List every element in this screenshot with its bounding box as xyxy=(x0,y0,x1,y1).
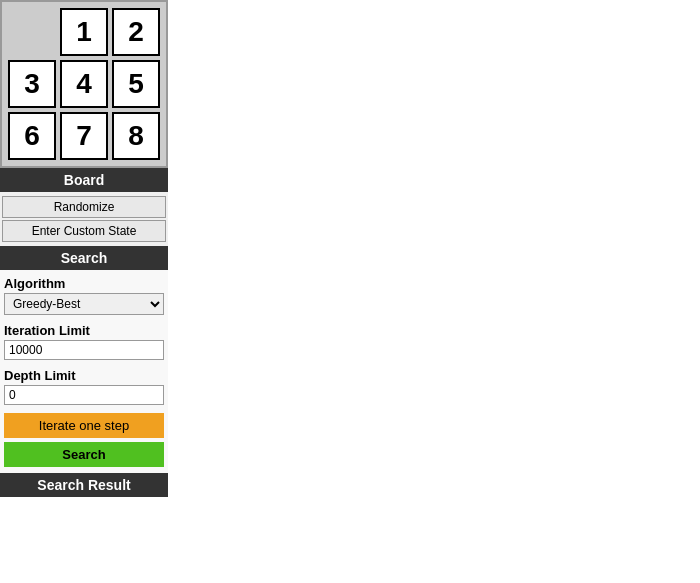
board-cell: 1 xyxy=(60,8,108,56)
board-cell: 3 xyxy=(8,60,56,108)
search-header: Search xyxy=(0,246,168,270)
search-button[interactable]: Search xyxy=(4,442,164,467)
randomize-button[interactable]: Randomize xyxy=(2,196,166,218)
board-cell: 6 xyxy=(8,112,56,160)
board-cell: 8 xyxy=(112,112,160,160)
board-header: Board xyxy=(0,168,168,192)
board-cell: 5 xyxy=(112,60,160,108)
iteration-limit-label: Iteration Limit xyxy=(4,323,164,338)
enter-custom-state-button[interactable]: Enter Custom State xyxy=(2,220,166,242)
depth-limit-group: Depth Limit xyxy=(4,368,164,405)
algorithm-group: Algorithm Greedy-BestA*BFSDFSIDA* xyxy=(4,276,164,315)
search-result-header: Search Result xyxy=(0,473,168,497)
algorithm-select[interactable]: Greedy-BestA*BFSDFSIDA* xyxy=(4,293,164,315)
depth-limit-label: Depth Limit xyxy=(4,368,164,383)
app-container: 12345678 Board Randomize Enter Custom St… xyxy=(0,0,168,497)
search-section: Algorithm Greedy-BestA*BFSDFSIDA* Iterat… xyxy=(0,270,168,473)
iteration-limit-input[interactable] xyxy=(4,340,164,360)
board-cell: 7 xyxy=(60,112,108,160)
algorithm-label: Algorithm xyxy=(4,276,164,291)
board-container: 12345678 xyxy=(0,0,168,168)
board-cell: 2 xyxy=(112,8,160,56)
depth-limit-input[interactable] xyxy=(4,385,164,405)
iterate-one-step-button[interactable]: Iterate one step xyxy=(4,413,164,438)
board-cell xyxy=(8,8,56,56)
iteration-limit-group: Iteration Limit xyxy=(4,323,164,360)
board-cell: 4 xyxy=(60,60,108,108)
board-buttons: Randomize Enter Custom State xyxy=(0,192,168,246)
board-grid: 12345678 xyxy=(8,8,160,160)
